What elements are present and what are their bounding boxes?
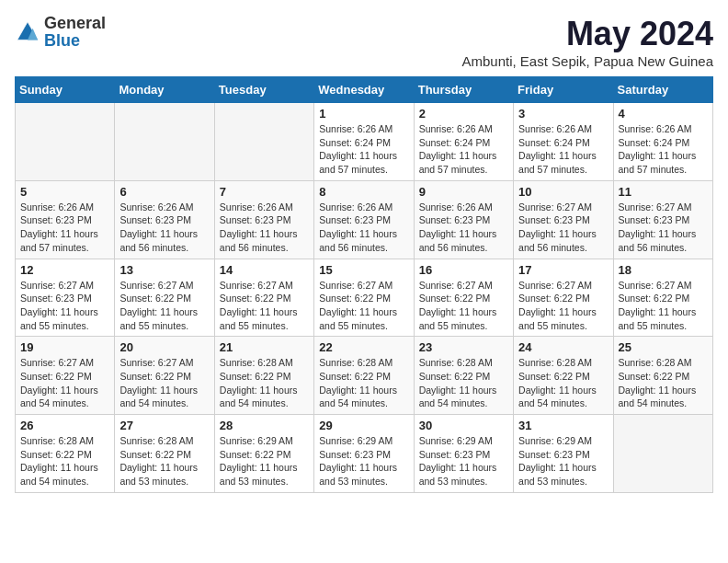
day-number: 5 [20,185,109,199]
day-info: Sunrise: 6:27 AM Sunset: 6:22 PM Dayligh… [619,279,708,333]
table-row: 30Sunrise: 6:29 AM Sunset: 6:23 PM Dayli… [414,415,513,493]
day-info: Sunrise: 6:27 AM Sunset: 6:22 PM Dayligh… [220,279,309,333]
table-row: 1Sunrise: 6:26 AM Sunset: 6:24 PM Daylig… [314,103,414,181]
table-row: 19Sunrise: 6:27 AM Sunset: 6:22 PM Dayli… [16,337,115,415]
logo-icon [15,19,40,45]
week-row-1: 1Sunrise: 6:26 AM Sunset: 6:24 PM Daylig… [16,103,713,181]
week-row-4: 19Sunrise: 6:27 AM Sunset: 6:22 PM Dayli… [16,337,713,415]
table-row: 16Sunrise: 6:27 AM Sunset: 6:22 PM Dayli… [414,259,513,337]
day-info: Sunrise: 6:28 AM Sunset: 6:22 PM Dayligh… [20,434,109,488]
day-number: 16 [419,263,508,277]
table-row: 7Sunrise: 6:26 AM Sunset: 6:23 PM Daylig… [214,180,313,259]
day-info: Sunrise: 6:26 AM Sunset: 6:24 PM Dayligh… [619,122,708,177]
day-info: Sunrise: 6:27 AM Sunset: 6:22 PM Dayligh… [119,356,209,410]
day-number: 18 [619,263,708,277]
header-saturday: Saturday [613,77,712,103]
weekday-header-row: SundayMondayTuesdayWednesdayThursdayFrid… [16,77,713,103]
table-row: 24Sunrise: 6:28 AM Sunset: 6:22 PM Dayli… [514,337,613,415]
day-number: 2 [419,107,508,121]
logo-general: General [44,14,106,32]
day-info: Sunrise: 6:26 AM Sunset: 6:23 PM Dayligh… [419,201,508,255]
logo-text: General Blue [44,15,106,50]
day-info: Sunrise: 6:29 AM Sunset: 6:22 PM Dayligh… [220,434,309,488]
day-number: 25 [619,340,708,354]
day-number: 27 [119,419,209,432]
table-row: 11Sunrise: 6:27 AM Sunset: 6:23 PM Dayli… [613,180,712,259]
day-info: Sunrise: 6:27 AM Sunset: 6:23 PM Dayligh… [619,201,708,255]
table-row [613,415,712,493]
day-number: 12 [20,263,109,277]
header-wednesday: Wednesday [314,77,414,103]
day-info: Sunrise: 6:28 AM Sunset: 6:22 PM Dayligh… [220,356,309,410]
table-row: 10Sunrise: 6:27 AM Sunset: 6:23 PM Dayli… [514,180,613,259]
day-info: Sunrise: 6:26 AM Sunset: 6:24 PM Dayligh… [419,122,508,177]
day-info: Sunrise: 6:27 AM Sunset: 6:23 PM Dayligh… [518,201,608,255]
table-row: 23Sunrise: 6:28 AM Sunset: 6:22 PM Dayli… [414,337,513,415]
day-number: 3 [518,107,608,121]
calendar-table: SundayMondayTuesdayWednesdayThursdayFrid… [15,76,713,493]
day-info: Sunrise: 6:28 AM Sunset: 6:22 PM Dayligh… [319,356,408,410]
title-block: May 2024 Ambunti, East Sepik, Papua New … [462,15,714,69]
table-row: 15Sunrise: 6:27 AM Sunset: 6:22 PM Dayli… [314,259,414,337]
day-info: Sunrise: 6:26 AM Sunset: 6:24 PM Dayligh… [518,122,608,177]
week-row-2: 5Sunrise: 6:26 AM Sunset: 6:23 PM Daylig… [16,180,713,259]
day-number: 7 [220,185,309,199]
table-row [214,103,313,181]
logo-blue: Blue [44,31,80,50]
day-info: Sunrise: 6:27 AM Sunset: 6:23 PM Dayligh… [20,279,109,333]
table-row: 17Sunrise: 6:27 AM Sunset: 6:22 PM Dayli… [514,259,613,337]
day-number: 13 [119,263,209,277]
day-info: Sunrise: 6:26 AM Sunset: 6:23 PM Dayligh… [119,201,209,255]
day-number: 14 [220,263,309,277]
table-row: 13Sunrise: 6:27 AM Sunset: 6:22 PM Dayli… [115,259,214,337]
day-info: Sunrise: 6:26 AM Sunset: 6:24 PM Dayligh… [319,122,408,177]
table-row: 31Sunrise: 6:29 AM Sunset: 6:23 PM Dayli… [514,415,613,493]
week-row-5: 26Sunrise: 6:28 AM Sunset: 6:22 PM Dayli… [16,415,713,493]
day-info: Sunrise: 6:28 AM Sunset: 6:22 PM Dayligh… [518,356,608,410]
day-number: 15 [319,263,408,277]
day-info: Sunrise: 6:29 AM Sunset: 6:23 PM Dayligh… [319,434,408,488]
day-info: Sunrise: 6:27 AM Sunset: 6:22 PM Dayligh… [119,279,209,333]
table-row: 27Sunrise: 6:28 AM Sunset: 6:22 PM Dayli… [115,415,214,493]
table-row: 21Sunrise: 6:28 AM Sunset: 6:22 PM Dayli… [214,337,313,415]
table-row: 6Sunrise: 6:26 AM Sunset: 6:23 PM Daylig… [115,180,214,259]
page-header: General Blue May 2024 Ambunti, East Sepi… [15,15,713,69]
table-row: 18Sunrise: 6:27 AM Sunset: 6:22 PM Dayli… [613,259,712,337]
table-row [115,103,214,181]
day-info: Sunrise: 6:26 AM Sunset: 6:23 PM Dayligh… [220,201,309,255]
day-info: Sunrise: 6:28 AM Sunset: 6:22 PM Dayligh… [619,356,708,410]
day-number: 28 [220,419,309,432]
calendar-subtitle: Ambunti, East Sepik, Papua New Guinea [462,53,714,69]
table-row: 9Sunrise: 6:26 AM Sunset: 6:23 PM Daylig… [414,180,513,259]
header-thursday: Thursday [414,77,513,103]
day-info: Sunrise: 6:29 AM Sunset: 6:23 PM Dayligh… [419,434,508,488]
table-row: 3Sunrise: 6:26 AM Sunset: 6:24 PM Daylig… [514,103,613,181]
table-row: 28Sunrise: 6:29 AM Sunset: 6:22 PM Dayli… [214,415,313,493]
table-row: 8Sunrise: 6:26 AM Sunset: 6:23 PM Daylig… [314,180,414,259]
header-sunday: Sunday [16,77,115,103]
day-number: 24 [518,340,608,354]
day-number: 23 [419,340,508,354]
logo: General Blue [15,15,106,50]
day-info: Sunrise: 6:26 AM Sunset: 6:23 PM Dayligh… [20,201,109,255]
day-info: Sunrise: 6:29 AM Sunset: 6:23 PM Dayligh… [518,434,608,488]
day-info: Sunrise: 6:27 AM Sunset: 6:22 PM Dayligh… [419,279,508,333]
day-number: 30 [419,419,508,432]
header-monday: Monday [115,77,214,103]
table-row: 25Sunrise: 6:28 AM Sunset: 6:22 PM Dayli… [613,337,712,415]
week-row-3: 12Sunrise: 6:27 AM Sunset: 6:23 PM Dayli… [16,259,713,337]
day-number: 9 [419,185,508,199]
table-row: 14Sunrise: 6:27 AM Sunset: 6:22 PM Dayli… [214,259,313,337]
day-number: 19 [20,340,109,354]
table-row: 5Sunrise: 6:26 AM Sunset: 6:23 PM Daylig… [16,180,115,259]
table-row: 26Sunrise: 6:28 AM Sunset: 6:22 PM Dayli… [16,415,115,493]
table-row: 20Sunrise: 6:27 AM Sunset: 6:22 PM Dayli… [115,337,214,415]
day-info: Sunrise: 6:27 AM Sunset: 6:22 PM Dayligh… [518,279,608,333]
day-number: 29 [319,419,408,432]
day-number: 22 [319,340,408,354]
day-number: 20 [119,340,209,354]
day-info: Sunrise: 6:28 AM Sunset: 6:22 PM Dayligh… [119,434,209,488]
day-info: Sunrise: 6:28 AM Sunset: 6:22 PM Dayligh… [419,356,508,410]
day-info: Sunrise: 6:27 AM Sunset: 6:22 PM Dayligh… [20,356,109,410]
table-row: 2Sunrise: 6:26 AM Sunset: 6:24 PM Daylig… [414,103,513,181]
